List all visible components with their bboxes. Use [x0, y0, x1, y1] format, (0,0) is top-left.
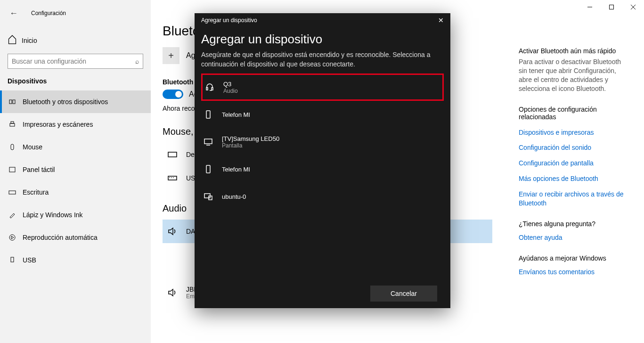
- computer-icon: [203, 191, 213, 202]
- device-name: [TV]Samsung LED50: [222, 135, 279, 142]
- fast-bt-desc: Para activar o desactivar Bluetooth sin …: [519, 57, 627, 93]
- nav-label: Lápiz y Windows Ink: [23, 211, 83, 219]
- svg-rect-9: [9, 167, 15, 172]
- device-item-tv[interactable]: [TV]Samsung LED50 Pantalla: [201, 128, 444, 155]
- nav-label: Impresoras y escáneres: [23, 121, 93, 128]
- nav-label: Reproducción automática: [23, 234, 98, 241]
- question-title: ¿Tienes alguna pregunta?: [519, 220, 627, 228]
- svg-rect-20: [206, 111, 210, 118]
- minimize-button[interactable]: [579, 0, 601, 14]
- nav-usb[interactable]: USB: [0, 249, 151, 271]
- dialog-title: Agregar un dispositivo: [201, 17, 257, 24]
- pen-icon: [8, 211, 17, 219]
- nav-autoplay[interactable]: Reproducción automática: [0, 226, 151, 249]
- phone-icon: [203, 109, 213, 120]
- right-panel: Activar Bluetooth aún más rápido Para ac…: [519, 47, 627, 289]
- svg-rect-10: [9, 191, 16, 194]
- link-feedback[interactable]: Envíanos tus comentarios: [519, 268, 627, 277]
- device-kind: Audio: [223, 88, 238, 94]
- svg-rect-21: [204, 139, 212, 144]
- svg-rect-5: [13, 100, 15, 104]
- home-link[interactable]: Inicio: [0, 31, 151, 50]
- back-arrow-icon[interactable]: ←: [9, 8, 18, 18]
- svg-rect-7: [11, 122, 14, 123]
- link-display-config[interactable]: Configuración de pantalla: [519, 159, 627, 168]
- device-list: Q3 Audio Telefon MI [TV]Samsung LED50 Pa…: [201, 74, 444, 210]
- svg-rect-6: [10, 123, 15, 126]
- search-input[interactable]: [12, 57, 135, 65]
- svg-rect-14: [168, 176, 177, 180]
- svg-rect-13: [168, 152, 177, 157]
- nav-list: Bluetooth y otros dispositivos Impresora…: [0, 90, 151, 271]
- svg-rect-4: [9, 100, 12, 104]
- add-device-button[interactable]: +: [163, 47, 179, 64]
- bluetooth-toggle[interactable]: [163, 90, 183, 99]
- svg-rect-8: [11, 144, 14, 150]
- search-box[interactable]: ⌕: [8, 54, 143, 69]
- speaker-icon: [166, 286, 179, 299]
- home-icon: [8, 35, 17, 46]
- search-icon: ⌕: [135, 57, 139, 65]
- phone-icon: [203, 164, 213, 174]
- device-item-phone[interactable]: Telefon MI: [201, 155, 444, 183]
- printer-icon: [8, 121, 17, 128]
- keyboard-icon: [166, 172, 179, 184]
- svg-rect-19: [212, 88, 213, 90]
- dialog-heading: Agregar un dispositivo: [201, 27, 444, 50]
- window-title: Configuración: [31, 10, 66, 16]
- close-button[interactable]: [622, 0, 644, 14]
- window-controls: [579, 0, 644, 14]
- dialog-close-button[interactable]: ✕: [438, 16, 444, 24]
- nav-bluetooth[interactable]: Bluetooth y otros dispositivos: [0, 90, 151, 113]
- nav-label: USB: [23, 256, 36, 264]
- maximize-button[interactable]: [601, 0, 622, 14]
- nav-label: Escritura: [23, 188, 49, 196]
- device-kind: Pantalla: [222, 142, 279, 149]
- link-bt-files[interactable]: Enviar o recibir archivos a través de Bl…: [519, 190, 627, 208]
- device-item-phone[interactable]: Telefon MI: [201, 101, 444, 128]
- svg-rect-12: [11, 257, 14, 262]
- device-name: Telefon MI: [222, 166, 250, 173]
- nav-pen[interactable]: Lápiz y Windows Ink: [0, 204, 151, 226]
- monitor-icon: [203, 137, 213, 147]
- home-label: Inicio: [22, 37, 37, 44]
- link-sound-config[interactable]: Configuración del sonido: [519, 143, 627, 152]
- nav-touchpad[interactable]: Panel táctil: [0, 158, 151, 181]
- settings-sidebar: ← Configuración Inicio ⌕ Dispositivos Bl…: [0, 0, 151, 343]
- usb-icon: [8, 256, 17, 264]
- bluetooth-devices-icon: [8, 98, 17, 106]
- device-name: DA: [186, 228, 195, 235]
- autoplay-icon: [8, 234, 17, 241]
- device-name: ubuntu-0: [222, 193, 246, 200]
- device-item-q3[interactable]: Q3 Audio: [201, 74, 444, 101]
- device-name: Telefon MI: [222, 111, 250, 118]
- nav-printers[interactable]: Impresoras y escáneres: [0, 113, 151, 136]
- mouse-icon: [8, 143, 17, 151]
- add-device-dialog: Agregar un dispositivo ✕ Agregar un disp…: [195, 13, 450, 308]
- svg-rect-1: [610, 5, 614, 9]
- svg-rect-18: [206, 88, 208, 90]
- device-name: Q3: [223, 81, 238, 88]
- nav-label: Panel táctil: [23, 166, 55, 173]
- nav-typing[interactable]: Escritura: [0, 181, 151, 204]
- link-devices-printers[interactable]: Dispositivos e impresoras: [519, 128, 627, 137]
- related-title: Opciones de configuración relacionadas: [519, 106, 627, 121]
- dialog-desc: Asegúrate de que el dispositivo está enc…: [201, 50, 444, 69]
- section-title: Dispositivos: [0, 77, 151, 85]
- cancel-button[interactable]: Cancelar: [370, 286, 437, 302]
- device-item-computer[interactable]: ubuntu-0: [201, 183, 444, 210]
- touchpad-icon: [8, 166, 17, 173]
- nav-mouse[interactable]: Mouse: [0, 136, 151, 158]
- speaker-icon: [166, 225, 179, 237]
- svg-point-11: [9, 235, 15, 240]
- keyboard-icon: [8, 188, 17, 196]
- nav-label: Bluetooth y otros dispositivos: [23, 98, 108, 106]
- fast-bt-title: Activar Bluetooth aún más rápido: [519, 47, 627, 55]
- svg-rect-23: [206, 165, 210, 173]
- improve-title: Ayúdanos a mejorar Windows: [519, 254, 627, 262]
- link-get-help[interactable]: Obtener ayuda: [519, 233, 627, 242]
- keyboard-icon: [166, 148, 179, 161]
- headset-icon: [204, 82, 215, 92]
- nav-label: Mouse: [23, 143, 42, 151]
- link-more-bt[interactable]: Más opciones de Bluetooth: [519, 174, 627, 183]
